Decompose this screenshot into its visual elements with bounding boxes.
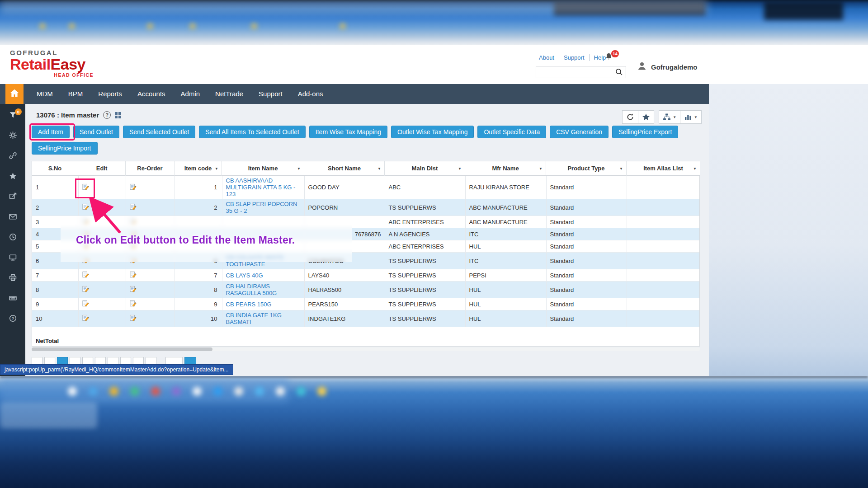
- sort-caret-icon[interactable]: ▼: [297, 166, 301, 170]
- horizontal-scrollbar[interactable]: [32, 347, 700, 351]
- column-header-main-dist[interactable]: Main Dist▼: [385, 161, 465, 176]
- column-header-item-alias-list[interactable]: Item Alias List▼: [627, 161, 700, 176]
- blurred-taskbar-icon: [151, 387, 160, 396]
- nav-item-accounts[interactable]: Accounts: [130, 84, 173, 104]
- edit-icon[interactable]: [82, 183, 89, 190]
- cell-product-type: Standard: [546, 176, 627, 199]
- cell-item-name: CB PEARS 150G: [222, 298, 304, 310]
- action-send-all-items-to-selected-outlet-button[interactable]: Send All Items To Selected Outlet: [199, 126, 306, 138]
- cell-item-name: CB LAYS 40G: [222, 269, 304, 282]
- sidebar-item-keyboard[interactable]: [8, 294, 18, 302]
- item-name-link[interactable]: CB INDIA GATE 1KG BASMATI: [226, 312, 282, 325]
- reorder-icon[interactable]: [130, 286, 137, 292]
- item-name-link[interactable]: CB PEARS 150G: [226, 301, 272, 308]
- user-menu[interactable]: Gofrugaldemo: [637, 61, 698, 73]
- nav-item-admin[interactable]: Admin: [173, 84, 208, 104]
- sidebar-item-help[interactable]: ?: [8, 314, 18, 322]
- column-header-product-type[interactable]: Product Type▼: [546, 161, 627, 176]
- blurred-taskbar-icon: [130, 387, 139, 396]
- item-name-link[interactable]: CB HALDIRAMS RASAGULLA 500G: [226, 283, 277, 296]
- sort-caret-icon[interactable]: ▼: [539, 166, 542, 170]
- table-row: 1 1 CB AASHIRVAAD MULTIGRAIN ATTA 5 KG -…: [32, 176, 700, 199]
- cell-main-dist: TS SUPPLIERWS: [385, 298, 465, 310]
- reorder-icon[interactable]: [130, 203, 137, 210]
- cell-item-code: 1: [175, 176, 222, 199]
- blurred-window-controls: [764, 1, 843, 20]
- blurred-taskbar-icon: [297, 387, 306, 396]
- action-send-outlet-button[interactable]: Send Outlet: [73, 126, 119, 138]
- action-sellingprice-import-button[interactable]: SellingPrice Import: [32, 142, 98, 155]
- nav-item-nettrade[interactable]: NetTrade: [208, 84, 251, 104]
- sidebar-item-link[interactable]: [8, 152, 18, 160]
- nav-item-support[interactable]: Support: [251, 84, 290, 104]
- edit-icon[interactable]: [82, 286, 89, 292]
- nav-item-add-ons[interactable]: Add-ons: [290, 84, 331, 104]
- cell-reorder: [126, 269, 175, 282]
- scrollbar-thumb[interactable]: [32, 347, 212, 351]
- cell-mfr-name: PEPSI: [465, 269, 546, 282]
- about-link[interactable]: About: [539, 54, 554, 61]
- column-header-item-name[interactable]: Item Name▼: [222, 161, 304, 176]
- favorite-button[interactable]: [638, 110, 654, 124]
- column-header-item-code[interactable]: Item code▼: [175, 161, 222, 176]
- action-send-selected-outlet-button[interactable]: Send Selected Outlet: [123, 126, 195, 138]
- column-header-short-name[interactable]: Short Name▼: [304, 161, 385, 176]
- sort-caret-icon[interactable]: ▼: [215, 166, 218, 170]
- search-input[interactable]: [538, 67, 614, 77]
- item-name-link[interactable]: CB LAYS 40G: [226, 272, 263, 279]
- reorder-icon[interactable]: [130, 271, 137, 278]
- cell-edit: [78, 282, 126, 298]
- blurred-bookmark-icon: [190, 23, 195, 29]
- cell-item-code: 10: [175, 310, 222, 327]
- column-header-mfr-name[interactable]: Mfr Name▼: [465, 161, 546, 176]
- action-outlet-specific-data-button[interactable]: Outlet Specific Data: [477, 126, 546, 138]
- action-add-item-button[interactable]: Add Item: [32, 126, 70, 138]
- action-item-wise-tax-mapping-button[interactable]: Item Wise Tax Mapping: [309, 126, 387, 138]
- cell-edit: [78, 176, 126, 199]
- reorder-icon[interactable]: [130, 314, 137, 321]
- edit-icon[interactable]: [82, 271, 89, 278]
- item-name-link[interactable]: CB SLAP PERI POPCORN 35 G - 2: [226, 201, 297, 214]
- support-link[interactable]: Support: [559, 54, 585, 61]
- notification-count-badge[interactable]: 14: [611, 50, 619, 57]
- refresh-button[interactable]: [622, 110, 638, 124]
- sort-caret-icon[interactable]: ▼: [619, 166, 623, 170]
- edit-icon[interactable]: [82, 203, 89, 210]
- blurred-taskbar-icon: [109, 387, 118, 396]
- sidebar-item-favorites[interactable]: [8, 172, 18, 180]
- nav-item-reports[interactable]: Reports: [90, 84, 130, 104]
- page-help-icon[interactable]: ?: [103, 111, 111, 119]
- sidebar-item-settings[interactable]: [8, 131, 18, 139]
- nav-item-mdm[interactable]: MDM: [29, 84, 61, 104]
- nav-item-bpm[interactable]: BPM: [61, 84, 91, 104]
- sort-caret-icon[interactable]: ▼: [693, 166, 697, 170]
- cell-main-dist: TS SUPPLIERWS: [385, 282, 465, 298]
- hierarchy-view-button[interactable]: ▼: [659, 110, 680, 124]
- sidebar-item-display[interactable]: [8, 253, 18, 261]
- action-outlet-wise-tax-mapping-button[interactable]: Outlet Wise Tax Mapping: [391, 126, 474, 138]
- chart-view-button[interactable]: ▼: [680, 110, 702, 124]
- sidebar-item-mail[interactable]: [8, 213, 18, 221]
- sidebar-item-filter[interactable]: 0: [8, 111, 18, 119]
- cell-item-name: CB SLAP PERI POPCORN 35 G - 2: [222, 199, 304, 216]
- sidebar-item-send[interactable]: [8, 192, 18, 200]
- title-row: 13076 : Item master ?: [36, 111, 121, 119]
- sidebar-item-print[interactable]: [8, 274, 18, 282]
- cell-sno: 8: [32, 282, 78, 298]
- reorder-icon[interactable]: [130, 300, 137, 307]
- search-icon[interactable]: [615, 68, 623, 78]
- reorder-icon[interactable]: [130, 183, 137, 190]
- edit-icon[interactable]: [82, 300, 89, 307]
- help-link[interactable]: Help: [589, 54, 606, 61]
- action-sellingprice-export-button[interactable]: SellingPrice Export: [612, 126, 678, 138]
- home-tab[interactable]: [5, 84, 24, 104]
- edit-icon[interactable]: [82, 314, 89, 321]
- cell-sno: 7: [32, 269, 78, 282]
- content: 13076 : Item master ? ▼ ▼: [25, 104, 709, 376]
- action-csv-generation-button[interactable]: CSV Generation: [550, 126, 609, 138]
- grid-menu-icon[interactable]: [115, 112, 121, 118]
- sort-caret-icon[interactable]: ▼: [377, 166, 381, 170]
- sidebar-item-history[interactable]: [8, 233, 18, 241]
- item-name-link[interactable]: CB AASHIRVAAD MULTIGRAIN ATTA 5 KG - 123: [226, 177, 296, 197]
- sort-caret-icon[interactable]: ▼: [458, 166, 462, 170]
